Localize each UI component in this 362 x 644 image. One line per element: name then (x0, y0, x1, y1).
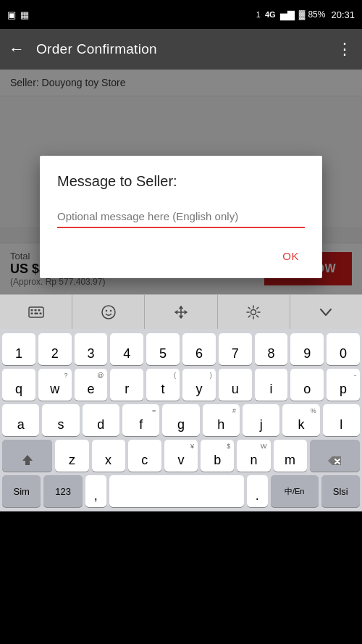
key-p[interactable]: -p (327, 369, 360, 401)
key-d[interactable]: d (83, 404, 119, 436)
keyboard-row-z: z x c ¥v $b Wn m (2, 440, 360, 472)
chevron-down-button[interactable] (290, 295, 362, 329)
key-t[interactable]: (t (146, 369, 180, 401)
key-comma[interactable]: , (85, 475, 106, 507)
keyboard-row-bottom: Sim 123 , . 中/En Slsi (2, 475, 360, 507)
battery-icon: ▓ (299, 9, 306, 20)
key-s[interactable]: s (42, 404, 79, 436)
sim-icon: ▣ (7, 9, 16, 20)
battery-level: 85% (308, 9, 325, 20)
keyboard-row-a: a s d =f g #h j %k l (2, 404, 360, 436)
key-slsi[interactable]: Slsi (321, 475, 360, 507)
key-1[interactable]: 1 (2, 333, 35, 365)
dialog-input-wrapper (57, 207, 305, 228)
keyboard-row-q: q ?w @e r (t )y u i o -p (2, 369, 360, 401)
svg-point-8 (106, 309, 107, 311)
key-c[interactable]: c (128, 440, 161, 472)
dialog-ok-button[interactable]: OK (277, 246, 305, 267)
key-g[interactable]: g (162, 404, 199, 436)
key-x[interactable]: x (92, 440, 125, 472)
message-dialog: Message to Seller: OK (40, 156, 322, 278)
keyboard-toolbar (0, 294, 362, 329)
key-v[interactable]: ¥v (164, 440, 198, 472)
app-bar: ← Order Confirmation ⋮ (0, 29, 362, 70)
key-2[interactable]: 2 (38, 333, 72, 365)
key-f[interactable]: =f (122, 404, 159, 436)
key-b[interactable]: $b (201, 440, 234, 472)
dialog-title: Message to Seller: (57, 173, 305, 190)
svg-rect-4 (30, 312, 33, 314)
key-lang[interactable]: 中/En (271, 475, 319, 507)
keyboard-icon-button[interactable] (0, 295, 72, 329)
keyboard: 1 2 3 4 5 6 7 8 9 0 q ?w @e r (t )y u i … (0, 329, 362, 511)
page-content: Seller: Douyong toy Store Total US $39.4… (0, 70, 362, 294)
key-3[interactable]: 3 (75, 333, 108, 365)
page-title: Order Confirmation (36, 41, 337, 57)
svg-point-10 (251, 309, 256, 314)
key-j[interactable]: j (243, 404, 279, 436)
key-9[interactable]: 9 (290, 333, 324, 365)
key-6[interactable]: 6 (182, 333, 216, 365)
key-k[interactable]: %k (282, 404, 319, 436)
svg-rect-3 (38, 309, 40, 311)
keyboard-row-numbers: 1 2 3 4 5 6 7 8 9 0 (2, 333, 360, 365)
svg-rect-2 (34, 309, 36, 311)
key-w[interactable]: ?w (38, 369, 72, 401)
key-y[interactable]: )y (182, 369, 216, 401)
key-e[interactable]: @e (75, 369, 108, 401)
key-m[interactable]: m (274, 440, 307, 472)
key-8[interactable]: 8 (255, 333, 288, 365)
key-period[interactable]: . (247, 475, 268, 507)
key-i[interactable]: i (255, 369, 288, 401)
key-l[interactable]: l (323, 404, 360, 436)
move-button[interactable] (145, 295, 217, 329)
svg-point-9 (110, 309, 111, 311)
status-left: ▣ ▦ (7, 9, 29, 20)
more-options-button[interactable]: ⋮ (337, 40, 353, 59)
key-n[interactable]: Wn (237, 440, 270, 472)
key-sim[interactable]: Sim (2, 475, 41, 507)
dialog-overlay: Message to Seller: OK (0, 70, 362, 294)
key-a[interactable]: a (2, 404, 39, 436)
space-key[interactable] (109, 475, 244, 507)
shift-key[interactable] (2, 440, 52, 472)
backspace-key[interactable] (310, 440, 360, 472)
key-h[interactable]: #h (203, 404, 240, 436)
svg-rect-1 (30, 309, 33, 311)
key-5[interactable]: 5 (146, 333, 180, 365)
settings-button[interactable] (218, 295, 290, 329)
signal-bars: ▅▇ (280, 9, 295, 20)
key-z[interactable]: z (55, 440, 88, 472)
key-r[interactable]: r (110, 369, 143, 401)
network-type: 1 (256, 10, 261, 19)
emoji-button[interactable] (72, 295, 145, 329)
key-123[interactable]: 123 (43, 475, 82, 507)
back-button[interactable]: ← (9, 41, 25, 57)
key-7[interactable]: 7 (219, 333, 252, 365)
status-bar: ▣ ▦ 1 4G ▅▇ ▓ 85% 20:31 (0, 0, 362, 29)
svg-point-7 (102, 306, 115, 319)
status-right: 1 4G ▅▇ ▓ 85% 20:31 (256, 9, 355, 20)
key-4[interactable]: 4 (110, 333, 143, 365)
time: 20:31 (331, 9, 355, 20)
svg-rect-5 (34, 312, 38, 314)
signal-type: 4G (265, 10, 276, 19)
key-0[interactable]: 0 (327, 333, 360, 365)
dialog-actions: OK (57, 246, 305, 271)
svg-rect-6 (39, 312, 41, 314)
key-u[interactable]: u (219, 369, 252, 401)
key-q[interactable]: q (2, 369, 35, 401)
notification-icon: ▦ (20, 9, 29, 20)
svg-rect-0 (29, 307, 43, 317)
message-input[interactable] (57, 207, 305, 227)
key-o[interactable]: o (290, 369, 324, 401)
